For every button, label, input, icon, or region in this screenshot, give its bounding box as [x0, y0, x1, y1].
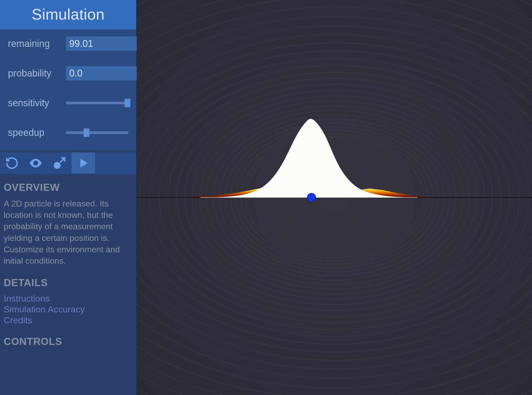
details-heading: DETAILS: [4, 277, 132, 289]
controls-panel: remaining probability sensitivity speedu…: [0, 29, 136, 150]
control-speedup: speedup: [8, 126, 128, 140]
controls-heading: CONTROLS: [4, 336, 132, 347]
simulation-canvas: [137, 0, 532, 395]
particle-button[interactable]: [48, 152, 71, 174]
play-icon: [77, 157, 89, 169]
sensitivity-thumb[interactable]: [125, 99, 130, 107]
refresh-icon: [5, 156, 19, 170]
info-section: OVERVIEW A 2D particle is released. Its …: [0, 174, 136, 395]
svg-point-0: [34, 162, 37, 164]
sidebar: Simulation remaining probability sensiti…: [0, 0, 137, 395]
sidebar-header: Simulation: [0, 0, 136, 29]
toolbar: [0, 152, 136, 174]
overview-heading: OVERVIEW: [4, 182, 132, 193]
link-simulation-accuracy[interactable]: Simulation Accuracy: [4, 304, 132, 315]
control-remaining: remaining: [8, 37, 128, 51]
sensitivity-label: sensitivity: [8, 97, 66, 109]
simulation-viewport[interactable]: [137, 0, 532, 395]
sensitivity-slider[interactable]: [66, 102, 128, 104]
particle-arrow-icon: [53, 156, 66, 170]
speedup-thumb[interactable]: [84, 128, 89, 137]
link-instructions[interactable]: Instructions: [4, 293, 132, 304]
particle-marker[interactable]: [307, 193, 316, 202]
svg-point-1: [54, 162, 61, 169]
overview-text-2: Customize its environment and initial co…: [4, 244, 132, 267]
remaining-label: remaining: [8, 38, 66, 49]
control-sensitivity: sensitivity: [8, 96, 128, 110]
link-credits[interactable]: Credits: [4, 315, 132, 325]
app-title: Simulation: [0, 5, 136, 23]
probability-label: probability: [8, 68, 66, 79]
eye-icon: [28, 156, 43, 170]
view-button[interactable]: [24, 152, 48, 174]
control-probability: probability: [8, 66, 128, 80]
speedup-slider[interactable]: [66, 131, 128, 134]
svg-marker-3: [80, 159, 88, 168]
play-button[interactable]: [71, 152, 95, 174]
speedup-label: speedup: [8, 127, 66, 138]
reset-button[interactable]: [0, 152, 24, 174]
overview-text-1: A 2D particle is released. Its location …: [4, 198, 132, 244]
